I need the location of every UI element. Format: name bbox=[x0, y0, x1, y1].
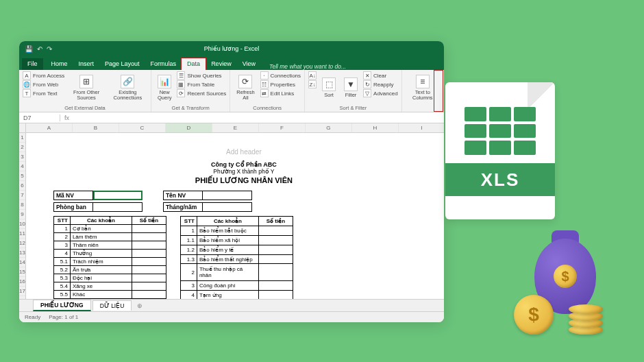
add-sheet-button[interactable]: ⊕ bbox=[133, 302, 147, 309]
table-row: 2Làm thêm bbox=[53, 233, 166, 241]
refresh-icon: ⟳ bbox=[238, 75, 252, 88]
refresh-all-button[interactable]: ⟳Refresh All bbox=[234, 71, 257, 104]
text-to-columns-button[interactable]: ≡Text to Columns bbox=[406, 71, 440, 104]
col-header[interactable]: C bbox=[119, 123, 166, 132]
table-row: 1Bảo hiểm bắt buộc bbox=[180, 226, 293, 235]
row-header[interactable]: 4 bbox=[19, 162, 25, 171]
col-header[interactable]: F bbox=[259, 123, 306, 132]
advanced-button[interactable]: ▽Advanced bbox=[363, 89, 398, 97]
row-header[interactable]: 17 bbox=[19, 287, 25, 296]
sheet-tab-dulieu[interactable]: DỮ LIỆU bbox=[92, 300, 132, 311]
cell-tennv[interactable] bbox=[203, 191, 252, 200]
spreadsheet-grid-icon bbox=[465, 107, 536, 155]
cell-manv[interactable] bbox=[93, 191, 143, 200]
page-fold-icon bbox=[528, 82, 555, 110]
save-icon[interactable]: 💾 bbox=[25, 45, 33, 53]
row-header[interactable]: 5 bbox=[19, 171, 25, 181]
web-icon: 🌐 bbox=[23, 80, 31, 88]
row-header[interactable]: 8 bbox=[19, 200, 25, 210]
row-header[interactable]: 11 bbox=[19, 229, 25, 239]
table-row: 5.4Xăng xe bbox=[53, 282, 166, 291]
table-row: 5.3Độc hại bbox=[53, 274, 166, 282]
from-other-sources-button[interactable]: ⊞From Other Sources bbox=[67, 71, 106, 104]
group-connections: ⟳Refresh All ⬞Connections ☷Properties ⇄E… bbox=[230, 70, 305, 112]
from-text-button[interactable]: TFrom Text bbox=[23, 89, 64, 97]
table-row: 1Cơ bản bbox=[53, 225, 166, 233]
from-access-button[interactable]: AFrom Access bbox=[23, 71, 64, 80]
recent-icon: ⟳ bbox=[177, 89, 185, 97]
clear-button[interactable]: ✕Clear bbox=[363, 71, 398, 80]
tab-file[interactable]: File bbox=[22, 58, 43, 70]
table-income: STTCác khoảnSố tiền 1Cơ bản 2Làm thêm 3T… bbox=[53, 216, 166, 299]
tab-insert[interactable]: Insert bbox=[73, 58, 100, 70]
row-header[interactable]: 3 bbox=[19, 152, 25, 162]
sort-za-button[interactable]: Z↓ bbox=[308, 80, 317, 88]
coins-icon: $ bbox=[521, 280, 610, 335]
table-row: 3Công đoàn phí bbox=[180, 280, 293, 290]
cell-phongban[interactable] bbox=[93, 202, 143, 212]
col-header[interactable]: H bbox=[352, 123, 399, 132]
row-header[interactable]: 15 bbox=[19, 267, 25, 277]
fx-icon[interactable]: fx bbox=[60, 114, 73, 121]
col-header[interactable]: E bbox=[212, 123, 259, 132]
ribbon: AFrom Access 🌐From Web TFrom Text ⊞From … bbox=[19, 70, 444, 112]
grid[interactable]: A B C D E F G H I Add header Công ty Cổ … bbox=[26, 123, 444, 299]
col-header[interactable]: B bbox=[73, 123, 119, 132]
cell-thangnam[interactable] bbox=[203, 202, 252, 212]
row-header[interactable]: 14 bbox=[19, 258, 25, 267]
tab-pagelayout[interactable]: Page Layout bbox=[99, 58, 145, 70]
name-box[interactable]: D7 bbox=[19, 114, 60, 121]
document-page: Add header Công ty Cổ Phần ABC Phường X … bbox=[42, 143, 444, 299]
row-header[interactable]: 13 bbox=[19, 248, 25, 258]
tab-review[interactable]: Review bbox=[206, 58, 237, 70]
edit-links-button[interactable]: ⇄Edit Links bbox=[260, 89, 301, 97]
undo-icon[interactable]: ↶ bbox=[37, 45, 42, 53]
row-header[interactable]: 12 bbox=[19, 239, 25, 248]
row-header[interactable]: 9 bbox=[19, 210, 25, 219]
group-label: Sort & Filter bbox=[308, 104, 398, 111]
table-row: 1.1Bảo hiểm xã hội bbox=[180, 235, 293, 245]
connections-button[interactable]: ⬞Connections bbox=[260, 71, 301, 80]
redo-icon[interactable]: ↷ bbox=[47, 45, 52, 53]
queries-icon: ☰ bbox=[177, 71, 185, 80]
from-web-button[interactable]: 🌐From Web bbox=[23, 80, 64, 88]
row-header[interactable]: 16 bbox=[19, 277, 25, 287]
tell-me[interactable]: Tell me what you want to do... bbox=[269, 63, 346, 70]
add-header-placeholder[interactable]: Add header bbox=[53, 148, 434, 156]
excel-window: 💾 ↶ ↷ Phiếu lương - Excel File Home Inse… bbox=[19, 41, 444, 322]
tab-home[interactable]: Home bbox=[46, 58, 73, 70]
show-queries-button[interactable]: ☰Show Queries bbox=[177, 71, 226, 80]
recent-sources-button[interactable]: ⟳Recent Sources bbox=[177, 89, 226, 97]
sort-az-icon: A↓ bbox=[308, 71, 317, 80]
new-query-button[interactable]: 📊New Query bbox=[155, 71, 174, 104]
filter-button[interactable]: ▼Filter bbox=[341, 71, 360, 104]
tab-formulas[interactable]: Formulas bbox=[145, 58, 182, 70]
reapply-button[interactable]: ↻Reapply bbox=[363, 80, 398, 88]
table-deduction: STTCác khoảnSố tiền 1Bảo hiểm bắt buộc 1… bbox=[180, 216, 293, 299]
properties-button[interactable]: ☷Properties bbox=[260, 80, 301, 88]
links-icon: ⇄ bbox=[260, 89, 269, 97]
tab-view[interactable]: View bbox=[237, 58, 261, 70]
col-header[interactable]: A bbox=[26, 123, 73, 132]
sheet-tab-phieuluong[interactable]: PHIẾU LƯƠNG bbox=[33, 300, 91, 311]
tab-data[interactable]: Data bbox=[182, 58, 206, 70]
row-header[interactable]: 6 bbox=[19, 181, 25, 191]
row-header[interactable]: 10 bbox=[19, 219, 25, 229]
table-row: 5Tổng phụ cấp bbox=[53, 299, 166, 300]
group-get-transform: 📊New Query ☰Show Queries ▦From Table ⟳Re… bbox=[151, 70, 230, 112]
col-header[interactable]: D bbox=[166, 123, 212, 132]
col-header[interactable]: I bbox=[399, 123, 444, 132]
sort-az-button[interactable]: A↓ bbox=[308, 71, 317, 80]
sort-button[interactable]: ⬚Sort bbox=[319, 71, 338, 104]
row-header[interactable]: 1 bbox=[19, 133, 25, 143]
existing-connections-button[interactable]: 🔗Existing Connections bbox=[108, 71, 147, 104]
window-title: Phiếu lương - Excel bbox=[204, 45, 260, 52]
sheet-area: 1 2 3 4 5 6 7 8 9 10 11 12 13 14 15 16 1… bbox=[19, 123, 444, 299]
select-all-corner[interactable] bbox=[19, 123, 25, 133]
row-header[interactable]: 2 bbox=[19, 143, 25, 152]
from-table-button[interactable]: ▦From Table bbox=[177, 80, 226, 88]
row-header[interactable]: 7 bbox=[19, 191, 25, 200]
ttc-icon: ≡ bbox=[416, 75, 430, 88]
xls-file-icon: XLS bbox=[445, 82, 555, 219]
col-header[interactable]: G bbox=[306, 123, 352, 132]
